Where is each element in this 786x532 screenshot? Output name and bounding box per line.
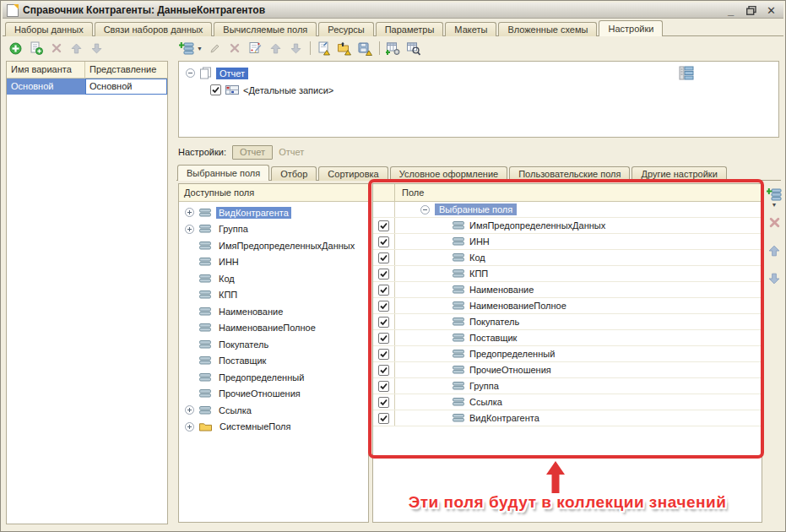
selected-field-label[interactable]: НаименованиеПолное [469,301,566,311]
available-field-label[interactable]: ИмяПредопределенныхДанных [216,240,357,252]
available-field-label[interactable]: Ссылка [216,404,254,416]
add-structure-dropdown[interactable]: ▼ [197,46,203,52]
selected-field-row[interactable]: НаименованиеПолное [373,298,762,314]
available-field-label[interactable]: Код [216,273,237,285]
field-down-button[interactable] [767,270,783,286]
selected-field-row[interactable]: Покупатель [373,314,762,330]
collapse-icon[interactable] [420,205,430,214]
delete-variant-button[interactable] [48,41,64,57]
selected-field-row[interactable]: ИмяПредопределенныхДанных [373,218,762,234]
available-field-label[interactable]: КПП [216,289,240,301]
edit-structure-button[interactable] [207,41,223,57]
available-field-label[interactable]: ВидКонтрагента [216,207,291,219]
available-field-row[interactable]: ПрочиеОтношения [179,386,368,403]
expand-icon[interactable] [185,405,194,415]
variants-col-presentation[interactable]: Представление [85,62,167,78]
settings-root-button[interactable]: Отчет [232,145,273,160]
selected-field-row[interactable]: Код [373,250,762,266]
detail-records-label[interactable]: <Детальные записи> [243,85,333,95]
schema-tab[interactable]: Ресурсы [318,22,373,36]
add-field-button[interactable] [767,187,783,203]
schema-tab[interactable]: Макеты [445,22,496,36]
field-checkbox[interactable] [378,333,389,344]
detail-records-checkbox[interactable] [210,84,221,95]
available-field-row[interactable]: Предопределенный [179,369,368,386]
field-checkbox[interactable] [378,381,389,392]
settings-tab[interactable]: Условное оформление [390,166,507,181]
template-settings-button[interactable] [386,41,402,57]
available-field-label[interactable]: Покупатель [216,339,271,350]
schema-tab[interactable]: Параметры [376,22,444,36]
available-field-row[interactable]: ИмяПредопределенныхДанных [179,237,368,254]
selected-field-row[interactable]: Группа [373,378,762,394]
selected-field-label[interactable]: Группа [469,381,499,391]
report-variant-button[interactable] [317,41,333,57]
available-field-label[interactable]: Поставщик [216,355,268,366]
selected-field-label[interactable]: Ссылка [469,397,502,407]
available-field-label[interactable]: Наименование [216,306,285,318]
available-field-label[interactable]: Группа [216,223,251,235]
available-field-row[interactable]: Наименование [179,303,368,320]
variant-name-cell[interactable]: Основной [7,79,85,95]
available-field-row[interactable]: СистемныеПоля [179,419,368,436]
available-field-row[interactable]: ВидКонтрагента [179,204,368,221]
available-field-row[interactable]: ИНН [179,254,368,271]
field-checkbox[interactable] [378,413,389,424]
selected-field-label[interactable]: КПП [469,269,488,279]
settings-tab[interactable]: Другие настройки [632,166,726,181]
selected-field-label[interactable]: Поставщик [469,333,517,343]
available-field-label[interactable]: Предопределенный [216,372,306,383]
selected-field-row[interactable]: ПрочиеОтношения [373,362,762,378]
expand-icon[interactable] [185,422,194,432]
variant-down-button[interactable] [89,41,105,57]
selected-field-row[interactable]: ИНН [373,234,762,250]
selected-field-row[interactable]: КПП [373,266,762,282]
settings-tab[interactable]: Пользовательские поля [509,166,630,181]
selected-fields-group-label[interactable]: Выбранные поля [435,204,517,215]
available-field-row[interactable]: Код [179,270,368,287]
available-field-row[interactable]: Поставщик [179,353,368,370]
field-checkbox[interactable] [378,220,389,231]
field-checkbox[interactable] [378,349,389,360]
field-checkbox[interactable] [378,285,389,296]
structure-down-button[interactable] [288,41,304,57]
collapse-icon[interactable] [186,68,195,78]
delete-structure-button[interactable] [227,41,243,57]
selected-field-label[interactable]: ИмяПредопределенныхДанных [469,220,605,231]
settings-tab[interactable]: Отбор [271,166,317,181]
schema-tab[interactable]: Настройки [599,20,663,36]
restore-button[interactable] [743,4,759,17]
preview-settings-button[interactable] [406,41,422,57]
structure-root-label[interactable]: Отчет [216,68,248,79]
structure-up-button[interactable] [268,41,284,57]
settings-wizard-button[interactable] [247,41,263,57]
add-variant-button[interactable] [8,41,24,57]
structure-root-row[interactable]: Отчет [186,67,248,79]
field-checkbox[interactable] [378,252,389,263]
settings-tab[interactable]: Выбранные поля [177,165,269,181]
expand-icon[interactable] [185,208,194,217]
available-field-label[interactable]: ПрочиеОтношения [216,388,303,399]
expand-icon[interactable] [185,225,194,234]
selected-field-label[interactable]: Наименование [469,285,534,295]
available-field-label[interactable]: ИНН [216,256,241,268]
schema-tab[interactable]: Вложенные схемы [498,22,597,36]
add-field-dropdown[interactable]: ▼ [772,202,778,208]
field-checkbox[interactable] [378,236,389,247]
variant-presentation-cell[interactable]: Основной [85,79,167,95]
selected-field-label[interactable]: Код [469,252,485,263]
close-button[interactable]: ✕ [763,4,779,17]
available-field-label[interactable]: НаименованиеПолное [216,322,318,334]
remove-field-button[interactable] [767,214,783,231]
available-field-row[interactable]: КПП [179,287,368,304]
field-checkbox[interactable] [378,269,389,280]
detail-records-row[interactable]: <Детальные записи> [210,84,333,95]
variant-up-button[interactable] [68,41,84,57]
settings-tab[interactable]: Сортировка [318,166,388,181]
variants-col-name[interactable]: Имя варианта [7,62,85,78]
variant-row[interactable]: Основной Основной [7,79,167,95]
schema-tab[interactable]: Вычисляемые поля [214,22,317,36]
save-settings-button[interactable] [357,41,373,57]
selected-field-row[interactable]: Ссылка [373,394,762,410]
field-up-button[interactable] [767,242,783,258]
